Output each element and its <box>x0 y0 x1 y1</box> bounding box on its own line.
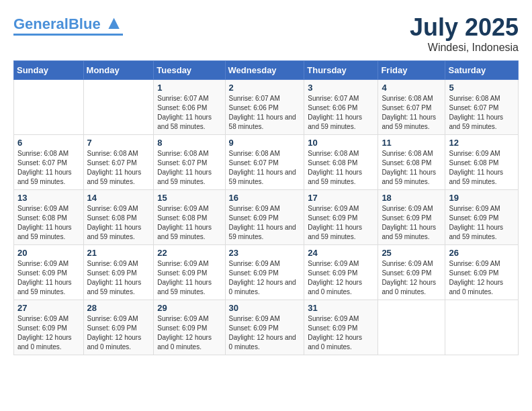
logo-general: General <box>13 15 69 32</box>
day-info: Sunrise: 6:07 AM Sunset: 6:06 PM Dayligh… <box>308 94 374 132</box>
day-number: 17 <box>308 193 374 203</box>
week-row-5: 27Sunrise: 6:09 AM Sunset: 6:09 PM Dayli… <box>14 300 519 355</box>
header-wednesday: Wednesday <box>225 61 304 80</box>
day-number: 1 <box>157 83 221 93</box>
calendar-cell: 30Sunrise: 6:09 AM Sunset: 6:09 PM Dayli… <box>225 300 304 355</box>
header-thursday: Thursday <box>304 61 378 80</box>
day-info: Sunrise: 6:09 AM Sunset: 6:09 PM Dayligh… <box>382 259 441 297</box>
header-monday: Monday <box>83 61 154 80</box>
logo-blue: Blue <box>69 15 101 32</box>
calendar-cell: 13Sunrise: 6:09 AM Sunset: 6:08 PM Dayli… <box>14 190 84 245</box>
day-number: 4 <box>382 83 441 93</box>
calendar-cell: 18Sunrise: 6:09 AM Sunset: 6:09 PM Dayli… <box>378 190 445 245</box>
day-info: Sunrise: 6:09 AM Sunset: 6:09 PM Dayligh… <box>157 314 221 352</box>
header-tuesday: Tuesday <box>154 61 225 80</box>
calendar-cell: 26Sunrise: 6:09 AM Sunset: 6:09 PM Dayli… <box>445 245 519 300</box>
day-info: Sunrise: 6:08 AM Sunset: 6:07 PM Dayligh… <box>382 94 441 132</box>
day-number: 28 <box>87 303 150 313</box>
day-number: 10 <box>308 138 374 148</box>
day-number: 16 <box>229 193 301 203</box>
calendar-header-row: SundayMondayTuesdayWednesdayThursdayFrid… <box>14 61 519 80</box>
calendar-cell: 1Sunrise: 6:07 AM Sunset: 6:06 PM Daylig… <box>154 80 225 135</box>
day-info: Sunrise: 6:09 AM Sunset: 6:09 PM Dayligh… <box>382 204 441 242</box>
calendar-cell: 11Sunrise: 6:08 AM Sunset: 6:08 PM Dayli… <box>378 135 445 190</box>
week-row-4: 20Sunrise: 6:09 AM Sunset: 6:09 PM Dayli… <box>14 245 519 300</box>
calendar-cell: 14Sunrise: 6:09 AM Sunset: 6:08 PM Dayli… <box>83 190 154 245</box>
calendar-cell: 8Sunrise: 6:08 AM Sunset: 6:07 PM Daylig… <box>154 135 225 190</box>
day-number: 26 <box>449 248 515 258</box>
day-number: 9 <box>229 138 301 148</box>
day-number: 25 <box>382 248 441 258</box>
page-header: GeneralBlue ▲ July 2025 Windesi, Indones… <box>13 13 519 54</box>
day-number: 15 <box>157 193 221 203</box>
calendar-table: SundayMondayTuesdayWednesdayThursdayFrid… <box>13 60 519 355</box>
calendar-cell: 17Sunrise: 6:09 AM Sunset: 6:09 PM Dayli… <box>304 190 378 245</box>
calendar-cell: 12Sunrise: 6:09 AM Sunset: 6:08 PM Dayli… <box>445 135 519 190</box>
day-info: Sunrise: 6:08 AM Sunset: 6:07 PM Dayligh… <box>17 149 80 187</box>
calendar-cell: 29Sunrise: 6:09 AM Sunset: 6:09 PM Dayli… <box>154 300 225 355</box>
day-info: Sunrise: 6:09 AM Sunset: 6:09 PM Dayligh… <box>449 204 515 242</box>
day-info: Sunrise: 6:09 AM Sunset: 6:09 PM Dayligh… <box>229 259 301 297</box>
day-number: 3 <box>308 83 374 93</box>
day-info: Sunrise: 6:09 AM Sunset: 6:09 PM Dayligh… <box>87 314 150 352</box>
calendar-cell: 15Sunrise: 6:09 AM Sunset: 6:08 PM Dayli… <box>154 190 225 245</box>
calendar-cell: 16Sunrise: 6:09 AM Sunset: 6:09 PM Dayli… <box>225 190 304 245</box>
day-number: 18 <box>382 193 441 203</box>
day-info: Sunrise: 6:09 AM Sunset: 6:09 PM Dayligh… <box>308 314 374 352</box>
day-info: Sunrise: 6:09 AM Sunset: 6:09 PM Dayligh… <box>229 314 301 352</box>
calendar-cell: 27Sunrise: 6:09 AM Sunset: 6:09 PM Dayli… <box>14 300 84 355</box>
day-info: Sunrise: 6:08 AM Sunset: 6:07 PM Dayligh… <box>157 149 221 187</box>
header-saturday: Saturday <box>445 61 519 80</box>
calendar-cell <box>14 80 84 135</box>
day-info: Sunrise: 6:09 AM Sunset: 6:09 PM Dayligh… <box>308 259 374 297</box>
day-number: 23 <box>229 248 301 258</box>
day-info: Sunrise: 6:09 AM Sunset: 6:09 PM Dayligh… <box>229 204 301 242</box>
header-sunday: Sunday <box>14 61 84 80</box>
day-number: 2 <box>229 83 301 93</box>
calendar-cell: 10Sunrise: 6:08 AM Sunset: 6:08 PM Dayli… <box>304 135 378 190</box>
day-info: Sunrise: 6:09 AM Sunset: 6:09 PM Dayligh… <box>157 259 221 297</box>
day-number: 30 <box>229 303 301 313</box>
calendar-cell: 4Sunrise: 6:08 AM Sunset: 6:07 PM Daylig… <box>378 80 445 135</box>
day-info: Sunrise: 6:09 AM Sunset: 6:09 PM Dayligh… <box>17 314 80 352</box>
day-info: Sunrise: 6:08 AM Sunset: 6:07 PM Dayligh… <box>449 94 515 132</box>
calendar-cell: 9Sunrise: 6:08 AM Sunset: 6:07 PM Daylig… <box>225 135 304 190</box>
logo: GeneralBlue ▲ <box>13 13 123 36</box>
calendar-cell <box>378 300 445 355</box>
day-number: 22 <box>157 248 221 258</box>
calendar-cell: 31Sunrise: 6:09 AM Sunset: 6:09 PM Dayli… <box>304 300 378 355</box>
day-number: 8 <box>157 138 221 148</box>
month-year-title: July 2025 <box>410 13 519 42</box>
week-row-3: 13Sunrise: 6:09 AM Sunset: 6:08 PM Dayli… <box>14 190 519 245</box>
day-number: 5 <box>449 83 515 93</box>
day-info: Sunrise: 6:09 AM Sunset: 6:08 PM Dayligh… <box>449 149 515 187</box>
day-info: Sunrise: 6:09 AM Sunset: 6:08 PM Dayligh… <box>87 204 150 242</box>
calendar-cell <box>445 300 519 355</box>
day-number: 19 <box>449 193 515 203</box>
title-block: July 2025 Windesi, Indonesia <box>410 13 519 54</box>
calendar-cell: 5Sunrise: 6:08 AM Sunset: 6:07 PM Daylig… <box>445 80 519 135</box>
day-info: Sunrise: 6:07 AM Sunset: 6:06 PM Dayligh… <box>157 94 221 132</box>
day-info: Sunrise: 6:07 AM Sunset: 6:06 PM Dayligh… <box>229 94 301 132</box>
day-number: 11 <box>382 138 441 148</box>
day-number: 21 <box>87 248 150 258</box>
calendar-cell: 28Sunrise: 6:09 AM Sunset: 6:09 PM Dayli… <box>83 300 154 355</box>
calendar-cell: 7Sunrise: 6:08 AM Sunset: 6:07 PM Daylig… <box>83 135 154 190</box>
day-info: Sunrise: 6:08 AM Sunset: 6:08 PM Dayligh… <box>382 149 441 187</box>
day-info: Sunrise: 6:09 AM Sunset: 6:09 PM Dayligh… <box>17 259 80 297</box>
calendar-cell: 3Sunrise: 6:07 AM Sunset: 6:06 PM Daylig… <box>304 80 378 135</box>
logo-text: GeneralBlue ▲ <box>13 13 123 32</box>
day-number: 7 <box>87 138 150 148</box>
logo-underline <box>13 34 123 36</box>
day-number: 31 <box>308 303 374 313</box>
day-number: 20 <box>17 248 80 258</box>
calendar-cell: 19Sunrise: 6:09 AM Sunset: 6:09 PM Dayli… <box>445 190 519 245</box>
day-info: Sunrise: 6:09 AM Sunset: 6:08 PM Dayligh… <box>17 204 80 242</box>
logo-icon: ▲ <box>105 12 124 33</box>
day-number: 12 <box>449 138 515 148</box>
day-number: 29 <box>157 303 221 313</box>
calendar-cell: 22Sunrise: 6:09 AM Sunset: 6:09 PM Dayli… <box>154 245 225 300</box>
day-info: Sunrise: 6:08 AM Sunset: 6:07 PM Dayligh… <box>87 149 150 187</box>
day-info: Sunrise: 6:09 AM Sunset: 6:09 PM Dayligh… <box>449 259 515 297</box>
week-row-1: 1Sunrise: 6:07 AM Sunset: 6:06 PM Daylig… <box>14 80 519 135</box>
